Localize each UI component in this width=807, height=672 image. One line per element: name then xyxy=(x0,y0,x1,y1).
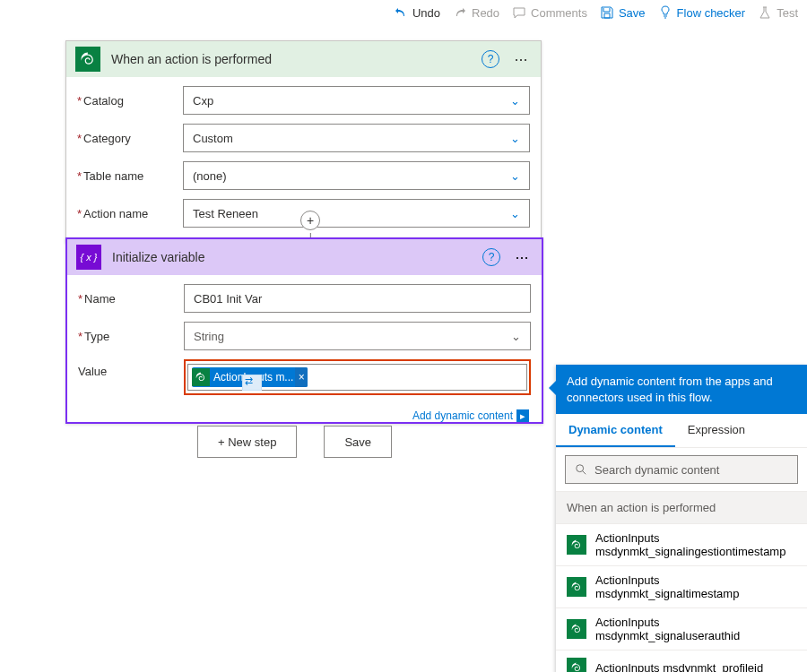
action-name-select[interactable]: Test Reneen⌄ xyxy=(183,199,530,228)
chevron-down-icon: ⌄ xyxy=(510,207,520,220)
save-label: Save xyxy=(619,6,646,20)
dynamic-content-panel: Add dynamic content from the apps and co… xyxy=(556,365,807,672)
save-flow-button[interactable]: Save xyxy=(324,426,392,458)
dynamic-content-item-label: ActionInputs msdynmkt_signaltimestamp xyxy=(595,573,796,600)
token-drag-handle-icon: ⇄ xyxy=(245,375,253,387)
test-button[interactable]: Test xyxy=(758,5,798,20)
flow-footer-buttons: + New step Save xyxy=(197,426,392,458)
dataverse-icon xyxy=(567,619,586,639)
dataverse-icon xyxy=(567,535,586,555)
name-row: *Name CB01 Init Var xyxy=(78,284,531,313)
dataverse-icon xyxy=(75,47,100,72)
dynamic-content-item-label: ActionInputs msdynmkt_profileid xyxy=(595,661,763,672)
dynamic-content-group-header: When an action is performed xyxy=(556,491,807,524)
name-label: *Name xyxy=(78,292,184,306)
table-name-row: *Table name (none)⌄ xyxy=(77,161,530,190)
initialize-variable-card[interactable]: { x } Initialize variable ? ··· *Name CB… xyxy=(65,237,543,424)
initialize-variable-title: Initialize variable xyxy=(112,250,472,264)
more-icon[interactable]: ··· xyxy=(511,246,533,268)
top-toolbar: Undo Redo Comments Save Flow checker Tes… xyxy=(394,5,798,20)
test-icon xyxy=(758,5,772,20)
undo-button[interactable]: Undo xyxy=(394,5,440,20)
variable-icon: { x } xyxy=(76,245,101,270)
search-placeholder: Search dynamic content xyxy=(594,463,719,477)
new-step-button[interactable]: + New step xyxy=(197,426,297,458)
add-dynamic-content-icon: ▸ xyxy=(516,409,529,422)
dataverse-icon xyxy=(567,577,586,597)
dataverse-icon xyxy=(192,368,210,386)
tab-expression[interactable]: Expression xyxy=(675,414,758,447)
value-row: Value ActionInputs m... × xyxy=(78,359,531,395)
type-row: *Type String⌄ xyxy=(78,322,531,350)
chevron-down-icon: ⌄ xyxy=(511,330,521,343)
value-input[interactable]: ActionInputs m... × xyxy=(187,364,527,391)
save-button[interactable]: Save xyxy=(600,5,646,20)
catalog-label: *Catalog xyxy=(77,94,183,108)
dynamic-content-headline: Add dynamic content from the apps and co… xyxy=(556,365,807,414)
catalog-row: *Catalog Cxp⌄ xyxy=(77,86,530,115)
token-remove-button[interactable]: × xyxy=(295,367,308,387)
save-icon xyxy=(600,5,614,20)
add-dynamic-content-label: Add dynamic content xyxy=(412,409,513,422)
flow-checker-button[interactable]: Flow checker xyxy=(658,5,746,20)
dynamic-content-search[interactable]: Search dynamic content xyxy=(565,455,798,484)
svg-line-1 xyxy=(583,471,586,475)
table-name-select[interactable]: (none)⌄ xyxy=(183,161,530,190)
category-row: *Category Custom⌄ xyxy=(77,124,530,152)
comments-icon xyxy=(512,5,526,20)
initialize-variable-body: *Name CB01 Init Var *Type String⌄ Value … xyxy=(67,275,542,422)
help-icon[interactable]: ? xyxy=(482,50,499,68)
dataverse-icon xyxy=(567,658,586,672)
redo-button[interactable]: Redo xyxy=(453,5,499,20)
redo-label: Redo xyxy=(472,6,499,20)
action-name-label: *Action name xyxy=(77,207,183,220)
dynamic-content-tabs: Dynamic content Expression xyxy=(556,414,807,448)
initialize-variable-header[interactable]: { x } Initialize variable ? ··· xyxy=(67,239,542,275)
add-dynamic-content-link[interactable]: Add dynamic content ▸ xyxy=(412,409,529,422)
dynamic-content-item-label: ActionInputs msdynmkt_signaluserauthid xyxy=(595,616,796,642)
insert-step-button[interactable]: + xyxy=(300,211,320,230)
comments-button[interactable]: Comments xyxy=(512,5,587,20)
catalog-select[interactable]: Cxp⌄ xyxy=(183,86,530,115)
dynamic-content-item[interactable]: ActionInputs msdynmkt_signalingestiontim… xyxy=(556,524,807,566)
dynamic-content-item[interactable]: ActionInputs msdynmkt_signaluserauthid xyxy=(556,608,807,650)
test-label: Test xyxy=(777,6,798,20)
dynamic-content-item-label: ActionInputs msdynmkt_signalingestiontim… xyxy=(595,531,796,558)
chevron-down-icon: ⌄ xyxy=(510,132,520,145)
type-label: *Type xyxy=(78,330,184,343)
svg-point-0 xyxy=(577,465,584,472)
search-icon xyxy=(575,463,587,476)
comments-label: Comments xyxy=(531,6,587,20)
undo-label: Undo xyxy=(412,6,440,20)
name-input[interactable]: CB01 Init Var xyxy=(184,284,531,313)
tab-dynamic-content[interactable]: Dynamic content xyxy=(556,414,675,447)
dynamic-content-item[interactable]: ActionInputs msdynmkt_signaltimestamp xyxy=(556,566,807,608)
category-label: *Category xyxy=(77,132,183,145)
chevron-down-icon: ⌄ xyxy=(510,169,520,183)
dynamic-content-item[interactable]: ActionInputs msdynmkt_profileid xyxy=(556,650,807,672)
trigger-card-header[interactable]: When an action is performed ? ··· xyxy=(66,41,541,77)
value-label: Value xyxy=(78,359,184,378)
chevron-down-icon: ⌄ xyxy=(510,94,520,108)
trigger-card-title: When an action is performed xyxy=(111,52,471,66)
flow-checker-icon xyxy=(658,5,672,20)
type-select[interactable]: String⌄ xyxy=(184,322,531,350)
table-name-label: *Table name xyxy=(77,169,183,183)
redo-icon xyxy=(453,5,467,20)
help-icon[interactable]: ? xyxy=(482,248,500,266)
panel-callout-arrow xyxy=(549,381,556,395)
undo-icon xyxy=(394,5,408,20)
flow-checker-label: Flow checker xyxy=(677,6,746,20)
value-input-highlight: ActionInputs m... × xyxy=(184,359,531,395)
more-icon[interactable]: ··· xyxy=(510,48,532,70)
category-select[interactable]: Custom⌄ xyxy=(183,124,530,152)
